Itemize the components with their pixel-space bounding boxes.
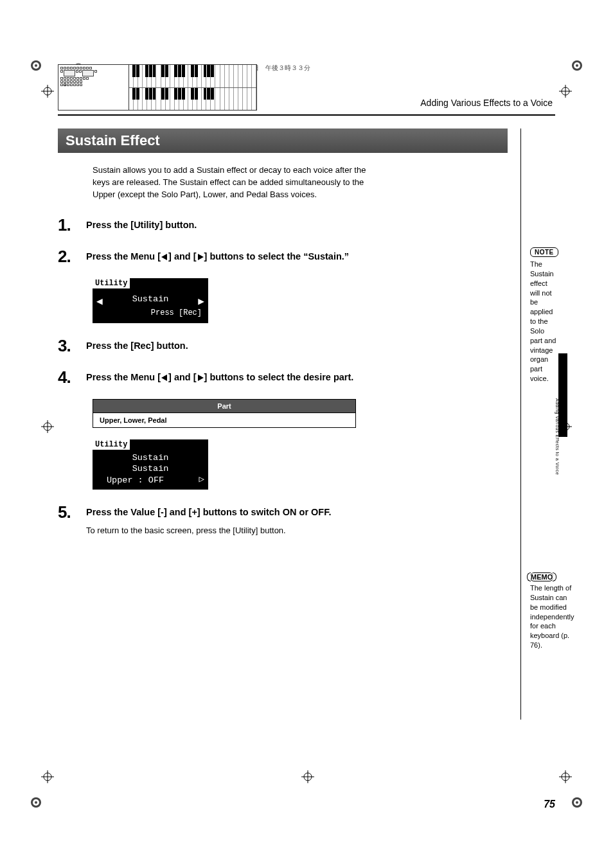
registration-mark-icon (568, 793, 586, 811)
memo-text: The length of Sustain can be modified in… (530, 583, 574, 650)
step-2: 2. Press the Menu [ ] and [ ] buttons to… (58, 247, 508, 267)
step-1: 1. Press the [Utility] button. (58, 215, 508, 235)
step-heading: Press the [Utility] button. (86, 218, 508, 231)
triangle-right-icon: ▶ (198, 295, 204, 308)
crop-mark-icon (556, 82, 574, 100)
chapter-title: Adding Various Effects to a Voice (420, 98, 555, 111)
crop-mark-icon (39, 82, 57, 100)
step-5: 5. Press the Value [-] and [+] buttons t… (58, 502, 508, 536)
step-number: 4. (58, 368, 86, 387)
table-cell: Upper, Lower, Pedal (93, 412, 356, 427)
step-heading: Press the Menu [ ] and [ ] buttons to se… (86, 250, 508, 263)
step-heading: Press the Value [-] and [+] buttons to s… (86, 506, 508, 518)
step-heading: Press the Menu [ ] and [ ] buttons to se… (86, 371, 508, 384)
lcd-screenshot-sustain-menu: Utility ◀ ▶ Sustain Press [Rec] (93, 278, 208, 323)
section-title: Sustain Effect (58, 128, 508, 153)
table-header: Part (93, 399, 356, 412)
lcd-screenshot-sustain-upper: Utility Sustain Sustain Upper : OFF ▷ (93, 439, 208, 490)
thumb-tab (558, 353, 567, 437)
svg-marker-39 (198, 375, 204, 381)
registration-mark-icon (568, 57, 586, 75)
svg-marker-36 (161, 254, 167, 260)
triangle-right-icon (197, 371, 204, 384)
svg-point-11 (576, 801, 578, 804)
registration-mark-icon (27, 793, 45, 811)
thumb-tab-label: Adding Various Effects to a Voice (555, 398, 560, 475)
step-3: 3. Press the [Rec] button. (58, 336, 508, 356)
svg-marker-37 (198, 254, 204, 260)
step-4: 4. Press the Menu [ ] and [ ] buttons to… (58, 368, 508, 387)
keyboard-illustration (58, 64, 257, 111)
intro-paragraph: Sustain allows you to add a Sustain effe… (93, 164, 369, 201)
step-number: 5. (58, 502, 86, 522)
triangle-left-icon: ◀ (96, 295, 103, 308)
triangle-left-icon (161, 251, 168, 263)
registration-mark-icon (27, 57, 45, 75)
triangle-right-icon: ▷ (199, 474, 204, 484)
step-number: 3. (58, 336, 86, 356)
step-text: To return to the basic screen, press the… (86, 525, 508, 536)
note-label: NOTE (530, 247, 558, 257)
crop-mark-icon (39, 418, 57, 436)
memo-callout: MEMO The length of Sustain can be modifi… (530, 571, 574, 650)
memo-label: MEMO (530, 572, 553, 581)
crop-mark-icon (39, 768, 57, 786)
triangle-right-icon (197, 251, 204, 263)
svg-point-2 (35, 64, 37, 67)
triangle-left-icon (161, 371, 168, 384)
note-callout: NOTE The Sustain effect will not be appl… (530, 245, 558, 384)
svg-point-5 (576, 64, 578, 67)
crop-mark-icon (556, 768, 574, 786)
step-number: 2. (58, 247, 86, 267)
part-table: Part Upper, Lower, Pedal (93, 399, 356, 428)
note-text: The Sustain effect will not be applied t… (530, 260, 558, 384)
step-number: 1. (58, 215, 86, 235)
step-heading: Press the [Rec] button. (86, 339, 508, 352)
svg-point-8 (35, 801, 37, 804)
svg-marker-38 (161, 375, 167, 381)
page-number: 75 (544, 799, 555, 810)
